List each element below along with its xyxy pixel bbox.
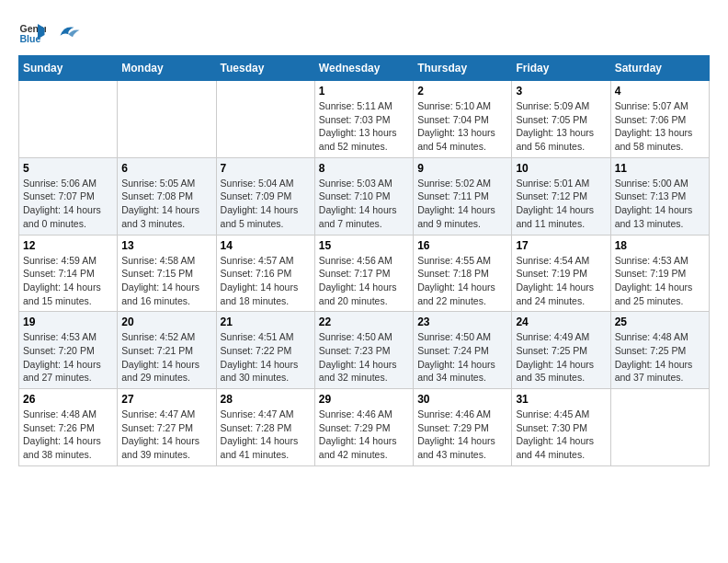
calendar-cell: 21Sunrise: 4:51 AM Sunset: 7:22 PM Dayli… (216, 312, 314, 389)
calendar-cell: 17Sunrise: 4:54 AM Sunset: 7:19 PM Dayli… (512, 235, 610, 312)
day-info: Sunrise: 5:07 AM Sunset: 7:06 PM Dayligh… (615, 99, 705, 154)
calendar-cell (610, 389, 709, 466)
day-info: Sunrise: 4:46 AM Sunset: 7:29 PM Dayligh… (417, 408, 507, 462)
calendar-cell: 16Sunrise: 4:55 AM Sunset: 7:18 PM Dayli… (414, 235, 512, 312)
calendar-cell: 25Sunrise: 4:48 AM Sunset: 7:25 PM Dayli… (610, 312, 709, 389)
day-info: Sunrise: 4:47 AM Sunset: 7:27 PM Dayligh… (121, 408, 211, 462)
day-info: Sunrise: 4:45 AM Sunset: 7:30 PM Dayligh… (516, 408, 606, 462)
day-number: 10 (516, 162, 606, 175)
calendar-cell: 19Sunrise: 4:53 AM Sunset: 7:20 PM Dayli… (19, 312, 118, 389)
day-number: 4 (615, 85, 705, 98)
calendar-cell: 3Sunrise: 5:09 AM Sunset: 7:05 PM Daylig… (512, 81, 610, 158)
calendar-cell: 8Sunrise: 5:03 AM Sunset: 7:10 PM Daylig… (314, 157, 413, 235)
week-row-1: 1Sunrise: 5:11 AM Sunset: 7:03 PM Daylig… (19, 81, 710, 158)
calendar-cell: 26Sunrise: 4:48 AM Sunset: 7:26 PM Dayli… (19, 389, 118, 466)
calendar-cell: 10Sunrise: 5:01 AM Sunset: 7:12 PM Dayli… (512, 157, 610, 235)
day-number: 29 (319, 393, 409, 406)
day-number: 2 (417, 85, 507, 98)
day-number: 30 (417, 393, 507, 406)
day-number: 25 (615, 316, 705, 328)
header-saturday: Saturday (610, 56, 709, 81)
day-number: 23 (417, 316, 507, 328)
day-info: Sunrise: 5:09 AM Sunset: 7:05 PM Dayligh… (516, 99, 606, 154)
calendar-cell: 31Sunrise: 4:45 AM Sunset: 7:30 PM Dayli… (512, 389, 610, 466)
day-info: Sunrise: 4:48 AM Sunset: 7:25 PM Dayligh… (615, 330, 705, 385)
calendar-cell (19, 81, 118, 158)
calendar-cell: 30Sunrise: 4:46 AM Sunset: 7:29 PM Dayli… (414, 389, 512, 466)
calendar-cell: 12Sunrise: 4:59 AM Sunset: 7:14 PM Dayli… (19, 235, 118, 312)
header-sunday: Sunday (19, 56, 118, 81)
week-row-5: 26Sunrise: 4:48 AM Sunset: 7:26 PM Dayli… (19, 389, 710, 466)
header-thursday: Thursday (414, 56, 512, 81)
day-info: Sunrise: 4:57 AM Sunset: 7:16 PM Dayligh… (221, 254, 311, 308)
calendar-cell: 18Sunrise: 4:53 AM Sunset: 7:19 PM Dayli… (610, 235, 709, 312)
calendar-cell: 1Sunrise: 5:11 AM Sunset: 7:03 PM Daylig… (314, 81, 413, 158)
day-number: 11 (615, 162, 705, 175)
day-number: 31 (516, 393, 606, 406)
day-info: Sunrise: 5:05 AM Sunset: 7:08 PM Dayligh… (121, 177, 211, 231)
calendar-cell: 5Sunrise: 5:06 AM Sunset: 7:07 PM Daylig… (19, 157, 118, 235)
day-info: Sunrise: 4:48 AM Sunset: 7:26 PM Dayligh… (23, 408, 113, 462)
calendar-cell: 28Sunrise: 4:47 AM Sunset: 7:28 PM Dayli… (216, 389, 314, 466)
day-info: Sunrise: 5:04 AM Sunset: 7:09 PM Dayligh… (221, 177, 311, 231)
logo: General Blue (18, 18, 81, 46)
day-info: Sunrise: 4:53 AM Sunset: 7:19 PM Dayligh… (615, 254, 705, 308)
day-info: Sunrise: 4:50 AM Sunset: 7:24 PM Dayligh… (417, 330, 507, 385)
day-number: 5 (23, 162, 113, 175)
day-number: 28 (221, 393, 311, 406)
day-info: Sunrise: 4:47 AM Sunset: 7:28 PM Dayligh… (221, 408, 311, 462)
day-number: 14 (221, 239, 311, 252)
day-info: Sunrise: 4:50 AM Sunset: 7:23 PM Dayligh… (319, 330, 409, 385)
day-number: 1 (319, 85, 409, 98)
day-number: 6 (121, 162, 211, 175)
header-friday: Friday (512, 56, 610, 81)
logo-bird-icon (53, 18, 81, 46)
day-info: Sunrise: 4:46 AM Sunset: 7:29 PM Dayligh… (319, 408, 409, 462)
day-number: 26 (23, 393, 113, 406)
day-number: 22 (319, 316, 409, 328)
calendar-cell: 24Sunrise: 4:49 AM Sunset: 7:25 PM Dayli… (512, 312, 610, 389)
day-info: Sunrise: 5:03 AM Sunset: 7:10 PM Dayligh… (319, 177, 409, 231)
day-info: Sunrise: 4:54 AM Sunset: 7:19 PM Dayligh… (516, 254, 606, 308)
calendar-header-row: SundayMondayTuesdayWednesdayThursdayFrid… (19, 56, 710, 81)
day-number: 12 (23, 239, 113, 252)
day-number: 9 (417, 162, 507, 175)
day-info: Sunrise: 4:55 AM Sunset: 7:18 PM Dayligh… (417, 254, 507, 308)
calendar-cell (216, 81, 314, 158)
day-info: Sunrise: 5:01 AM Sunset: 7:12 PM Dayligh… (516, 177, 606, 231)
header-tuesday: Tuesday (216, 56, 314, 81)
calendar-cell: 11Sunrise: 5:00 AM Sunset: 7:13 PM Dayli… (610, 157, 709, 235)
day-number: 3 (516, 85, 606, 98)
day-number: 7 (221, 162, 311, 175)
header-wednesday: Wednesday (314, 56, 413, 81)
calendar-cell: 27Sunrise: 4:47 AM Sunset: 7:27 PM Dayli… (118, 389, 216, 466)
day-number: 24 (516, 316, 606, 328)
svg-text:Blue: Blue (20, 33, 41, 44)
day-info: Sunrise: 5:10 AM Sunset: 7:04 PM Dayligh… (417, 99, 507, 154)
day-info: Sunrise: 5:00 AM Sunset: 7:13 PM Dayligh… (615, 177, 705, 231)
day-info: Sunrise: 4:49 AM Sunset: 7:25 PM Dayligh… (516, 330, 606, 385)
calendar-cell: 7Sunrise: 5:04 AM Sunset: 7:09 PM Daylig… (216, 157, 314, 235)
day-number: 27 (121, 393, 211, 406)
week-row-2: 5Sunrise: 5:06 AM Sunset: 7:07 PM Daylig… (19, 157, 710, 235)
calendar-cell: 9Sunrise: 5:02 AM Sunset: 7:11 PM Daylig… (414, 157, 512, 235)
week-row-4: 19Sunrise: 4:53 AM Sunset: 7:20 PM Dayli… (19, 312, 710, 389)
calendar-cell: 13Sunrise: 4:58 AM Sunset: 7:15 PM Dayli… (118, 235, 216, 312)
day-info: Sunrise: 4:51 AM Sunset: 7:22 PM Dayligh… (221, 330, 311, 385)
day-number: 13 (121, 239, 211, 252)
calendar-table: SundayMondayTuesdayWednesdayThursdayFrid… (18, 55, 710, 466)
calendar-cell (118, 81, 216, 158)
day-info: Sunrise: 4:59 AM Sunset: 7:14 PM Dayligh… (23, 254, 113, 308)
calendar-cell: 23Sunrise: 4:50 AM Sunset: 7:24 PM Dayli… (414, 312, 512, 389)
day-info: Sunrise: 5:11 AM Sunset: 7:03 PM Dayligh… (319, 99, 409, 154)
day-number: 16 (417, 239, 507, 252)
calendar-cell: 29Sunrise: 4:46 AM Sunset: 7:29 PM Dayli… (314, 389, 413, 466)
logo-icon: General Blue (18, 18, 46, 46)
calendar-cell: 6Sunrise: 5:05 AM Sunset: 7:08 PM Daylig… (118, 157, 216, 235)
day-number: 17 (516, 239, 606, 252)
day-number: 18 (615, 239, 705, 252)
header-monday: Monday (118, 56, 216, 81)
day-info: Sunrise: 4:56 AM Sunset: 7:17 PM Dayligh… (319, 254, 409, 308)
day-info: Sunrise: 4:53 AM Sunset: 7:20 PM Dayligh… (23, 330, 113, 385)
day-number: 15 (319, 239, 409, 252)
